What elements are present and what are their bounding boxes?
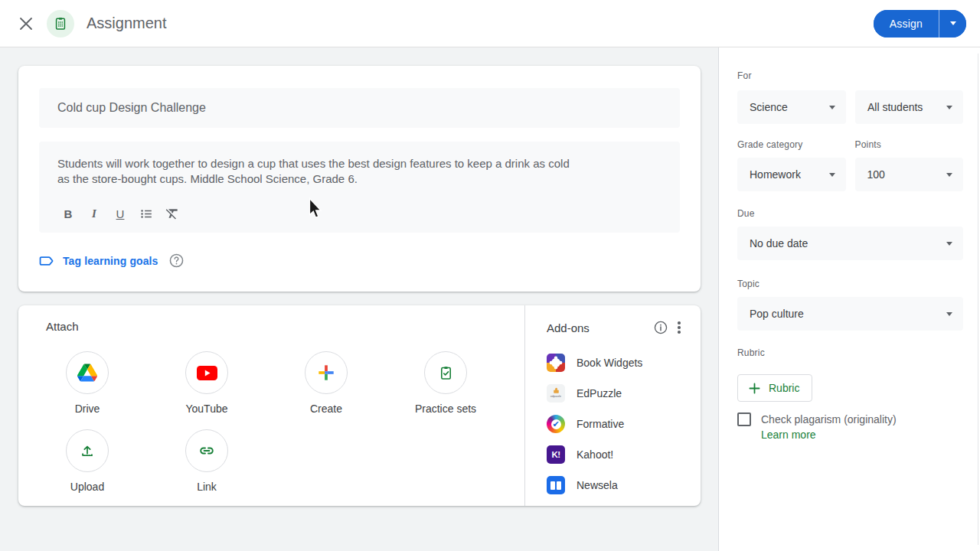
rubric-label: Rubric	[737, 347, 963, 358]
close-button[interactable]	[18, 16, 34, 31]
practice-sets-icon	[438, 365, 454, 381]
page-title: Assignment	[87, 15, 167, 32]
plagiarism-checkbox[interactable]	[737, 412, 751, 426]
for-label: For	[737, 70, 963, 81]
edpuzzle-icon: edpuzzle	[547, 384, 565, 403]
rubric-group: Rubric Rubric	[737, 347, 963, 402]
addon-book-widgets[interactable]: Book Widgets	[547, 347, 688, 378]
youtube-icon	[197, 366, 217, 380]
attach-heading: Attach	[46, 320, 524, 333]
attach-drive-label: Drive	[75, 403, 100, 415]
kahoot-icon-text: K!	[551, 450, 560, 459]
addons-more-button[interactable]	[670, 318, 688, 337]
addon-formative[interactable]: ✔ Formative	[547, 409, 688, 439]
formative-check-icon: ✔	[552, 420, 559, 429]
chevron-down-icon	[946, 312, 952, 316]
topic-group: Topic Pop culture	[737, 279, 963, 331]
attach-upload-button[interactable]: Upload	[46, 429, 129, 493]
bulleted-list-icon	[139, 207, 154, 221]
tag-learning-goals-row: Tag learning goals	[39, 253, 680, 268]
chevron-down-icon	[829, 106, 835, 109]
addon-kahoot-label: Kahoot!	[577, 448, 613, 461]
add-rubric-label: Rubric	[769, 382, 799, 394]
attach-upload-label: Upload	[70, 481, 104, 493]
tag-learning-goals-label: Tag learning goals	[63, 255, 158, 267]
content-area: Cold cup Design Challenge Students will …	[0, 47, 980, 551]
assignment-details-card: Cold cup Design Challenge Students will …	[18, 66, 701, 292]
plagiarism-group: Check plagarism (originality) Learn more	[737, 412, 963, 442]
upload-icon	[79, 442, 96, 459]
book-widgets-icon	[547, 354, 565, 372]
newsela-book-icon	[550, 481, 561, 490]
attach-drive-button[interactable]: Drive	[46, 351, 129, 415]
attach-options-grid: Drive YouTube	[46, 351, 524, 493]
class-select[interactable]: Science	[737, 90, 846, 124]
class-select-value: Science	[750, 101, 788, 113]
help-button[interactable]	[169, 253, 184, 268]
attach-youtube-label: YouTube	[185, 403, 227, 415]
assignment-clipboard-icon	[53, 16, 68, 31]
settings-sidebar: For Science All students Grade category …	[718, 47, 980, 551]
chevron-down-icon	[946, 106, 952, 109]
points-label: Points	[855, 139, 964, 150]
attach-create-button[interactable]: Create	[285, 351, 368, 415]
assign-button[interactable]: Assign	[874, 10, 939, 37]
kebab-menu-icon	[678, 321, 681, 334]
chevron-down-icon	[946, 173, 952, 177]
attach-practice-sets-circle	[424, 351, 467, 394]
chevron-down-icon	[950, 21, 956, 25]
points-group: Points 100	[855, 139, 964, 191]
addons-header: Add-ons	[547, 318, 688, 337]
description-value: Students will work together to design a …	[57, 156, 662, 186]
underline-button[interactable]: U	[109, 204, 131, 223]
clear-formatting-button[interactable]	[162, 204, 183, 223]
close-icon	[19, 17, 33, 31]
attach-youtube-button[interactable]: YouTube	[165, 351, 248, 415]
bulleted-list-button[interactable]	[136, 204, 157, 223]
attach-upload-circle	[66, 429, 109, 472]
grade-category-label: Grade category	[737, 139, 846, 150]
addon-edpuzzle-label: EdPuzzle	[577, 387, 622, 399]
addons-heading: Add-ons	[547, 321, 652, 334]
attach-drive-circle	[66, 351, 109, 394]
title-input[interactable]: Cold cup Design Challenge	[39, 88, 680, 128]
attach-link-button[interactable]: Link	[165, 429, 248, 493]
attach-practice-sets-button[interactable]: Practice sets	[404, 351, 487, 415]
topic-select[interactable]: Pop culture	[737, 297, 963, 331]
due-label: Due	[737, 208, 963, 219]
tag-learning-goals-link[interactable]: Tag learning goals	[39, 254, 158, 268]
assignment-creation-window: Assignment Assign Cold cup Design Challe…	[0, 0, 980, 551]
google-drive-icon	[77, 364, 97, 382]
addons-info-button[interactable]	[652, 318, 670, 337]
sidebar-scrollbar[interactable]	[978, 54, 978, 545]
bold-button[interactable]: B	[57, 204, 79, 223]
create-plus-icon	[317, 364, 335, 382]
description-input[interactable]: Students will work together to design a …	[39, 142, 680, 233]
addon-newsela[interactable]: Newsela	[547, 470, 688, 500]
addon-kahoot[interactable]: K! Kahoot!	[547, 439, 688, 470]
help-icon	[169, 253, 184, 268]
plagiarism-label: Check plagarism (originality)	[761, 412, 897, 427]
points-select[interactable]: 100	[855, 158, 964, 191]
addon-formative-label: Formative	[577, 418, 624, 430]
italic-button[interactable]: I	[83, 204, 105, 223]
attach-section: Attach	[18, 305, 524, 506]
clear-formatting-icon	[165, 206, 180, 221]
grade-category-group: Grade category Homework	[737, 139, 846, 191]
assign-dropdown-button[interactable]	[939, 10, 966, 37]
due-date-select[interactable]: No due date	[737, 227, 963, 260]
attach-create-circle	[305, 351, 348, 394]
students-select[interactable]: All students	[855, 90, 963, 124]
title-value: Cold cup Design Challenge	[57, 101, 206, 115]
attach-youtube-circle	[185, 351, 228, 394]
students-select-value: All students	[867, 101, 923, 113]
addon-edpuzzle[interactable]: edpuzzle EdPuzzle	[547, 378, 688, 409]
add-rubric-button[interactable]: Rubric	[737, 374, 812, 402]
addon-newsela-label: Newsela	[577, 479, 618, 491]
grade-category-value: Homework	[750, 168, 801, 181]
plus-icon	[749, 383, 760, 394]
formative-icon: ✔	[547, 415, 565, 433]
learn-more-link[interactable]: Learn more	[761, 427, 816, 442]
grade-category-select[interactable]: Homework	[737, 158, 846, 191]
grade-points-row: Grade category Homework Points 100	[737, 139, 963, 191]
